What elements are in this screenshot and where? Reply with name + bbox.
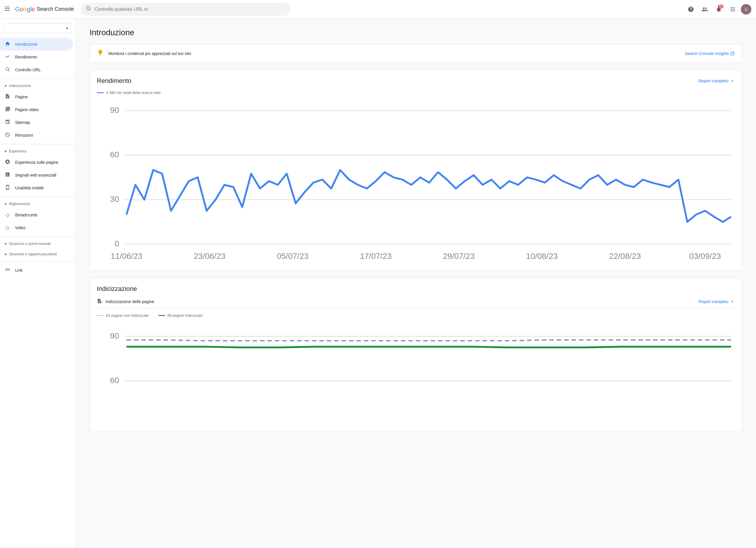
indicizzazione-legend: 81 pagine non indicizzate 69 pagine indi…: [97, 313, 735, 318]
indicizzazione-chart: 90 60: [97, 320, 735, 425]
help-button[interactable]: [685, 3, 697, 15]
insights-banner: Monitora i contenuti più apprezzati sul …: [90, 44, 742, 63]
sidebar-item-pagine[interactable]: Pagine: [0, 90, 73, 103]
video-icon: ◇: [5, 224, 10, 231]
sidebar-item-video-label: Video: [15, 225, 26, 230]
url-search-bar[interactable]: [81, 3, 290, 16]
sidebar-item-pagine-video-label: Pagine video: [15, 107, 39, 112]
app-name: Search Console: [37, 6, 74, 12]
nav-divider-5: [0, 261, 75, 261]
section-indicizzazione-chevron: ▾: [5, 83, 7, 88]
insights-link-text: Search Console Insights: [685, 51, 729, 56]
header-actions: 50 U: [685, 3, 751, 15]
insights-link[interactable]: Search Console Insights: [685, 51, 735, 56]
property-selector[interactable]: ▾: [3, 23, 72, 33]
page-title: Introduzione: [90, 28, 742, 37]
section-sicurezza-chevron: ▾: [5, 241, 7, 246]
sidebar-item-controllo-url-label: Controllo URL: [15, 67, 41, 72]
section-miglioramenti-label: Miglioramenti: [9, 202, 30, 206]
sidebar-item-rendimento[interactable]: Rendimento: [0, 51, 73, 63]
sidebar-item-sitemap[interactable]: Sitemap: [0, 116, 73, 129]
svg-rect-0: [5, 7, 10, 7]
rendimento-card: Rendimento Report completo 4.380 clic to…: [90, 70, 742, 271]
nav-divider-2: [0, 144, 75, 144]
rendimento-card-header: Rendimento Report completo: [97, 77, 735, 85]
notification-count: 50: [718, 5, 723, 8]
sidebar-item-rendimento-label: Rendimento: [15, 55, 37, 59]
legend-line-green: [158, 315, 165, 316]
segnali-web-icon: [5, 172, 10, 178]
svg-text:30: 30: [110, 194, 119, 203]
sidebar-item-video[interactable]: ◇ Video: [0, 221, 73, 234]
pagine-video-icon: [5, 106, 10, 113]
sidebar-item-breadcrumb[interactable]: ◇ Breadcrumb: [0, 208, 73, 221]
indicizzazione-report-link[interactable]: Report completo: [698, 299, 735, 304]
apps-button[interactable]: [727, 3, 739, 15]
insights-text: Monitora i contenuti più apprezzati sul …: [108, 51, 685, 56]
svg-point-3: [86, 6, 90, 10]
sidebar-item-controllo-url[interactable]: Controllo URL: [0, 63, 73, 76]
section-indicizzazione-header[interactable]: ▾ Indicizzazione: [0, 81, 75, 90]
url-search-input[interactable]: [95, 7, 285, 12]
menu-icon[interactable]: [5, 5, 12, 13]
pagine-icon: [5, 94, 10, 100]
indicizzazione-sub-icon: [97, 299, 102, 305]
main-content: Introduzione Monitora i contenuti più ap…: [76, 19, 756, 548]
rendimento-report-link[interactable]: Report completo: [698, 78, 735, 83]
nav-divider-1: [0, 78, 75, 79]
section-strumenti-header[interactable]: ▾ Strumenti e rapporti precedenti: [0, 249, 75, 259]
indicizzazione-chart-svg: 90 60: [97, 320, 735, 424]
svg-text:22/08/23: 22/08/23: [609, 251, 641, 260]
indicizzazione-report-link-text: Report completo: [698, 299, 728, 304]
property-chevron-icon: ▾: [66, 26, 68, 31]
link-icon: [5, 267, 10, 274]
sidebar-item-pagine-video[interactable]: Pagine video: [0, 103, 73, 116]
sidebar-item-introduzione[interactable]: Introduzione: [0, 38, 73, 51]
rendimento-icon: [5, 54, 10, 60]
notifications-button[interactable]: 50: [713, 3, 725, 15]
sidebar-item-segnali-web[interactable]: Segnali web essenziali: [0, 169, 73, 181]
section-strumenti-chevron: ▾: [5, 252, 7, 256]
section-strumenti-label: Strumenti e rapporti precedenti: [9, 252, 57, 256]
section-esperienza-header[interactable]: ▾ Esperienza: [0, 147, 75, 156]
rendimento-chart-svg: 90 60 30 0 11/06/23 23/06/23 05/07/23: [97, 99, 735, 262]
indicizzazione-sub-title: Indicizzazione delle pagine: [106, 299, 698, 304]
esperienza-pagine-icon: [5, 159, 10, 166]
indicizzazione-card-title: Indicizzazione: [97, 285, 137, 293]
controllo-url-icon: [5, 67, 10, 73]
sidebar-item-segnali-web-label: Segnali web essenziali: [15, 173, 56, 177]
search-icon: [86, 6, 91, 12]
app-body: ▾ Introduzione Rendimento Controllo URL …: [0, 19, 756, 548]
sidebar-item-rimozioni[interactable]: Rimozioni: [0, 129, 73, 142]
sitemap-icon: [5, 119, 10, 126]
section-miglioramenti-header[interactable]: ▾ Miglioramenti: [0, 199, 75, 208]
section-esperienza-chevron: ▾: [5, 149, 7, 153]
legend-line-blue: [97, 92, 104, 93]
app-header: Google Search Console 50 U: [0, 0, 756, 19]
section-sicurezza-label: Sicurezza e azioni manuali: [9, 242, 51, 246]
rendimento-legend-label: 4.380 clic totali della ricerca web: [106, 90, 161, 95]
indicizzazione-card: Indicizzazione Indicizzazione delle pagi…: [90, 278, 742, 432]
sidebar-item-usabilita-mobile[interactable]: Usabilità mobile: [0, 181, 73, 194]
svg-text:90: 90: [110, 106, 119, 115]
svg-text:23/06/23: 23/06/23: [194, 251, 225, 260]
sidebar-item-rimozioni-label: Rimozioni: [15, 133, 33, 137]
legend-not-indexed: 81 pagine non indicizzate: [97, 313, 149, 318]
sidebar-item-breadcrumb-label: Breadcrumb: [15, 212, 37, 217]
section-indicizzazione-label: Indicizzazione: [9, 84, 31, 88]
rendimento-card-title: Rendimento: [97, 77, 131, 85]
svg-text:17/07/23: 17/07/23: [360, 251, 392, 260]
svg-rect-1: [5, 8, 10, 9]
sidebar-item-esperienza-pagine[interactable]: Esperienza sulle pagine: [0, 156, 73, 169]
sidebar: ▾ Introduzione Rendimento Controllo URL …: [0, 19, 76, 548]
svg-text:60: 60: [110, 376, 119, 385]
section-sicurezza-header[interactable]: ▾ Sicurezza e azioni manuali: [0, 239, 75, 248]
search-console-users-button[interactable]: [699, 3, 711, 15]
rendimento-legend: 4.380 clic totali della ricerca web: [97, 90, 735, 95]
svg-text:0: 0: [115, 239, 119, 248]
svg-text:60: 60: [110, 150, 119, 159]
sidebar-item-link[interactable]: Link: [0, 264, 73, 277]
legend-indexed-label: 69 pagine indicizzate: [167, 313, 203, 318]
avatar[interactable]: U: [741, 4, 751, 15]
svg-text:90: 90: [110, 331, 119, 340]
